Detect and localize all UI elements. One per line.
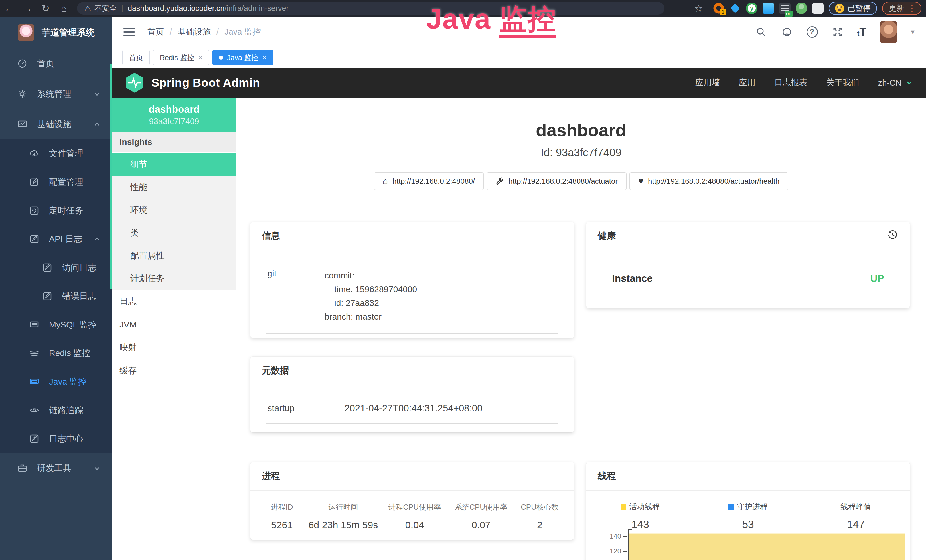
home-icon[interactable]: ⌂	[55, 3, 73, 14]
breadcrumb-home[interactable]: 首页	[147, 26, 164, 38]
close-icon[interactable]: ×	[262, 53, 267, 62]
extension-icon-orange[interactable]: 1	[713, 3, 724, 14]
sba-item-classes[interactable]: 类	[112, 221, 236, 244]
sidebar-item-label: 定时任务	[49, 205, 83, 216]
instance-header[interactable]: dashboard 93a3fc7f7409	[112, 98, 236, 132]
sba-item-caches[interactable]: 缓存	[112, 359, 236, 382]
y-tickmark	[623, 551, 627, 552]
tab-java-monitor[interactable]: Java 监控 ×	[212, 50, 273, 65]
wrench-icon	[495, 177, 504, 185]
fullscreen-icon[interactable]	[832, 26, 844, 38]
legend-swatch-blue	[728, 504, 734, 510]
sidebar-item-infrastructure[interactable]: 基础设施	[0, 109, 112, 139]
actuator-url-button[interactable]: http://192.168.0.2:48080/actuator	[487, 172, 626, 190]
collapse-sidebar-icon[interactable]	[124, 28, 135, 36]
breadcrumb: 首页 / 基础设施 / Java 监控	[147, 26, 261, 38]
health-history-icon[interactable]	[887, 229, 898, 243]
sba-item-jvm[interactable]: JVM	[112, 313, 236, 336]
sidebar-item-label: 基础设施	[37, 118, 71, 130]
browser-menu-icon[interactable]: ⋮	[908, 3, 916, 14]
legend-label: 活动线程	[629, 501, 660, 512]
update-label: 更新	[889, 3, 904, 14]
eye-icon	[29, 405, 39, 415]
sba-navbar: Spring Boot Admin 应用墙 应用 日志报表 关于我们 zh-CN	[112, 68, 926, 98]
sba-nav-journal[interactable]: 日志报表	[774, 77, 807, 88]
sidebar-item-access-log[interactable]: 访问日志	[0, 253, 112, 282]
avatar-caret-down-icon[interactable]: ▾	[911, 27, 915, 36]
info-card: 信息 git commit: time: 1596289704000 id: 2…	[250, 222, 574, 338]
sba-item-metrics[interactable]: 性能	[112, 176, 236, 198]
extensions-puzzle-icon[interactable]	[812, 3, 824, 14]
browser-update-button[interactable]: 更新 ⋮	[882, 2, 921, 15]
sidebar-item-config-management[interactable]: 配置管理	[0, 168, 112, 196]
sba-nav-wallboard[interactable]: 应用墙	[695, 77, 720, 88]
sidebar-item-home[interactable]: 首页	[0, 48, 112, 79]
sidebar-item-error-log[interactable]: 错误日志	[0, 282, 112, 310]
sidebar-item-label: 研发工具	[37, 462, 71, 474]
github-icon[interactable]	[781, 26, 793, 38]
service-url-button[interactable]: ⌂ http://192.168.0.2:48080/	[374, 172, 484, 190]
search-icon[interactable]	[755, 26, 767, 38]
divider	[602, 294, 894, 294]
sidebar-item-api-log[interactable]: API 日志	[0, 225, 112, 253]
health-status-badge: UP	[870, 273, 884, 284]
sba-item-config-props[interactable]: 配置属性	[112, 244, 236, 267]
help-icon[interactable]: ?	[806, 26, 818, 38]
extension-icon-pin[interactable]	[729, 3, 741, 14]
sba-language-select[interactable]: zh-CN	[878, 78, 913, 88]
bookmark-star-icon[interactable]: ☆	[690, 3, 708, 14]
col-uptime: 运行时间	[305, 502, 381, 512]
sba-nav-applications[interactable]: 应用	[739, 77, 755, 88]
sba-item-environment[interactable]: 环境	[112, 198, 236, 221]
tab-redis-monitor[interactable]: Redis 监控 ×	[153, 50, 209, 65]
sba-brand[interactable]: Spring Boot Admin	[125, 72, 260, 93]
metadata-label: startup	[268, 403, 345, 413]
forward-icon[interactable]: →	[18, 3, 36, 14]
sba-nav-about[interactable]: 关于我们	[826, 77, 859, 88]
heart-icon: ♥	[638, 176, 643, 186]
pen-square-icon	[42, 262, 53, 273]
breadcrumb-separator: /	[170, 27, 172, 36]
profile-paused-chip[interactable]: 已暂停	[829, 2, 877, 15]
health-url-button[interactable]: ♥ http://192.168.0.2:48080/actuator/heal…	[629, 172, 788, 190]
extension-icon-grid[interactable]	[763, 3, 774, 14]
health-url: http://192.168.0.2:48080/actuator/health	[648, 177, 779, 186]
scrollbar-thumb[interactable]	[110, 64, 112, 289]
health-instance-row: Instance UP	[586, 250, 910, 284]
git-branch-line: branch: master	[325, 310, 417, 324]
process-table-values: 5261 6d 23h 15m 59s 0.04 0.07 2	[259, 512, 565, 531]
font-size-icon[interactable]: tT	[857, 26, 866, 38]
sidebar-item-tracing[interactable]: 链路追踪	[0, 396, 112, 424]
pen-square-icon	[42, 291, 53, 301]
url-divider: |	[121, 4, 123, 13]
page-title: dashboard	[236, 120, 926, 140]
process-card-title: 进程	[250, 462, 574, 491]
extension-icon-list[interactable]: on	[779, 3, 791, 14]
sidebar-item-scheduled-jobs[interactable]: 定时任务	[0, 196, 112, 225]
breadcrumb-infrastructure[interactable]: 基础设施	[178, 26, 211, 38]
extension-icon-person[interactable]	[796, 3, 807, 14]
browser-actions: ☆ 1 y on 已暂停 更新 ⋮	[690, 2, 926, 15]
back-icon[interactable]: ←	[0, 3, 18, 14]
sidebar-item-mysql-monitor[interactable]: MySQL 监控	[0, 310, 112, 339]
sba-item-scheduled-tasks[interactable]: 计划任务	[112, 267, 236, 290]
sidebar-item-java-monitor[interactable]: Java 监控	[0, 368, 112, 396]
sidebar-item-redis-monitor[interactable]: Redis 监控	[0, 339, 112, 368]
user-avatar[interactable]	[880, 21, 897, 43]
reload-icon[interactable]: ↻	[36, 3, 55, 14]
app-logo-row[interactable]: 芋道管理系统	[0, 17, 112, 48]
sidebar-item-file-management[interactable]: 文件管理	[0, 139, 112, 168]
extension-icon-y[interactable]: y	[746, 3, 758, 14]
sba-item-details[interactable]: 细节	[112, 153, 236, 176]
profile-emoji-icon	[835, 4, 844, 13]
sba-item-logs[interactable]: 日志	[112, 290, 236, 313]
extension-badge: 1	[720, 9, 726, 15]
tab-home[interactable]: 首页	[123, 50, 150, 65]
sidebar-item-log-center[interactable]: 日志中心	[0, 424, 112, 453]
sidebar-item-dev-tools[interactable]: 研发工具	[0, 453, 112, 483]
font-size-big-glyph: T	[859, 26, 866, 38]
address-bar[interactable]: ⚠ 不安全 | dashboard.yudao.iocoder.cn /infr…	[77, 2, 664, 15]
sba-item-mappings[interactable]: 映射	[112, 336, 236, 359]
sidebar-item-system[interactable]: 系统管理	[0, 79, 112, 109]
close-icon[interactable]: ×	[198, 53, 203, 62]
